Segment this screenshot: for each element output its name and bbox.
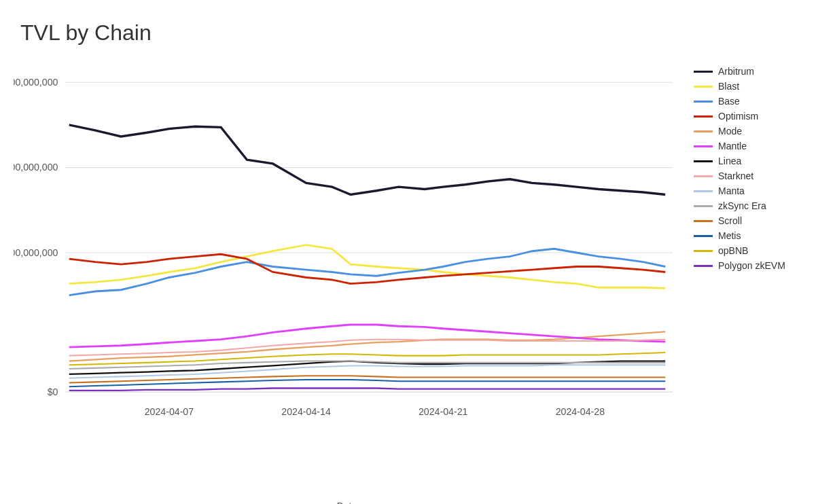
legend-item: Blast bbox=[694, 81, 802, 92]
legend-item: Manta bbox=[694, 185, 802, 196]
legend-color-indicator bbox=[694, 205, 713, 207]
legend-label: Scroll bbox=[718, 215, 742, 226]
legend: ArbitrumBlastBaseOptimismModeMantleLinea… bbox=[680, 59, 802, 492]
legend-color-indicator bbox=[694, 175, 713, 177]
legend-label: Metis bbox=[718, 230, 741, 241]
chart-svg: $3,000,000,000 $2,000,000,000 $1,000,000… bbox=[14, 59, 680, 492]
legend-item: Linea bbox=[694, 156, 802, 166]
legend-item: Mode bbox=[694, 126, 802, 137]
legend-color-indicator bbox=[694, 86, 713, 88]
svg-text:$0: $0 bbox=[48, 386, 58, 397]
legend-color-indicator bbox=[694, 130, 713, 132]
legend-item: Starknet bbox=[694, 170, 802, 181]
legend-item: Scroll bbox=[694, 215, 802, 226]
legend-color-indicator bbox=[694, 101, 713, 103]
legend-color-indicator bbox=[694, 190, 713, 192]
svg-text:$1,000,000,000: $1,000,000,000 bbox=[14, 247, 58, 257]
legend-color-indicator bbox=[694, 145, 713, 147]
svg-text:$2,000,000,000: $2,000,000,000 bbox=[14, 162, 58, 173]
svg-text:2024-04-28: 2024-04-28 bbox=[556, 406, 605, 417]
legend-label: Starknet bbox=[718, 170, 753, 181]
legend-label: Blast bbox=[718, 81, 739, 92]
legend-label: Manta bbox=[718, 185, 745, 196]
legend-label: Base bbox=[718, 96, 740, 107]
legend-item: Arbitrum bbox=[694, 66, 802, 77]
legend-label: Linea bbox=[718, 156, 741, 166]
legend-item: Optimism bbox=[694, 111, 802, 122]
chart-title: TVL by Chain bbox=[20, 20, 802, 46]
x-axis-label: Date bbox=[14, 501, 680, 504]
svg-text:2024-04-07: 2024-04-07 bbox=[145, 406, 194, 417]
legend-label: opBNB bbox=[718, 245, 748, 256]
legend-label: Polygon zkEVM bbox=[718, 260, 785, 271]
svg-text:2024-04-14: 2024-04-14 bbox=[281, 406, 330, 417]
legend-color-indicator bbox=[694, 250, 713, 252]
legend-label: Arbitrum bbox=[718, 66, 754, 77]
legend-color-indicator bbox=[694, 160, 713, 162]
svg-text:2024-04-21: 2024-04-21 bbox=[419, 406, 467, 417]
legend-label: Optimism bbox=[718, 111, 758, 122]
legend-color-indicator bbox=[694, 235, 713, 237]
legend-color-indicator bbox=[694, 265, 713, 267]
legend-item: zkSync Era bbox=[694, 200, 802, 211]
legend-item: Metis bbox=[694, 230, 802, 241]
chart-body: $3,000,000,000 $2,000,000,000 $1,000,000… bbox=[14, 59, 802, 492]
svg-text:$3,000,000,000: $3,000,000,000 bbox=[14, 76, 58, 87]
legend-item: Polygon zkEVM bbox=[694, 260, 802, 271]
legend-item: Base bbox=[694, 96, 802, 107]
legend-item: opBNB bbox=[694, 245, 802, 256]
chart-container: TVL by Chain $3,000,000,000 $2,000,000,0… bbox=[0, 0, 816, 504]
legend-color-indicator bbox=[694, 115, 713, 118]
chart-area: $3,000,000,000 $2,000,000,000 $1,000,000… bbox=[14, 59, 680, 492]
legend-label: zkSync Era bbox=[718, 200, 766, 211]
legend-item: Mantle bbox=[694, 141, 802, 151]
legend-color-indicator bbox=[694, 220, 713, 222]
legend-label: Mode bbox=[718, 126, 742, 137]
legend-label: Mantle bbox=[718, 141, 747, 151]
legend-color-indicator bbox=[694, 71, 713, 73]
